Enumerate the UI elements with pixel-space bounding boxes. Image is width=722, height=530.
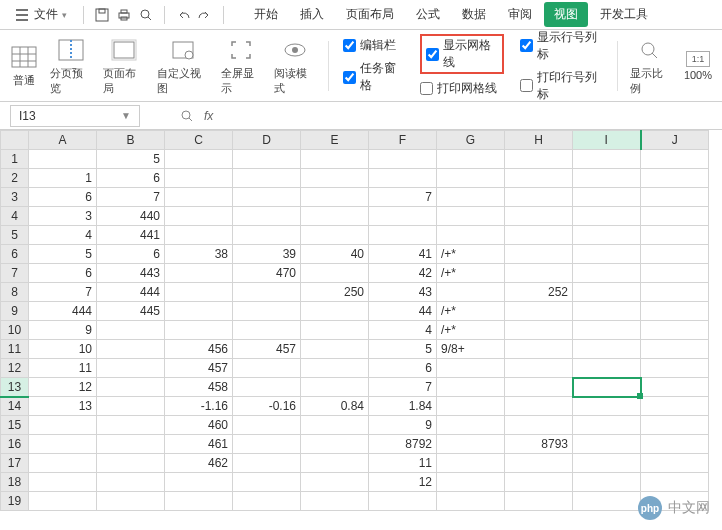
cell-E18[interactable]	[301, 473, 369, 492]
cell-A9[interactable]: 444	[29, 302, 97, 321]
col-header-A[interactable]: A	[29, 131, 97, 150]
cell-H15[interactable]	[505, 416, 573, 435]
cell-C10[interactable]	[165, 321, 233, 340]
cell-C11[interactable]: 456	[165, 340, 233, 359]
redo-icon[interactable]	[197, 7, 213, 23]
select-all-corner[interactable]	[1, 131, 29, 150]
cell-A6[interactable]: 5	[29, 245, 97, 264]
cell-E10[interactable]	[301, 321, 369, 340]
cell-E14[interactable]: 0.84	[301, 397, 369, 416]
cell-G12[interactable]	[437, 359, 505, 378]
cell-I13[interactable]	[573, 378, 641, 397]
cell-F15[interactable]: 9	[369, 416, 437, 435]
cell-C2[interactable]	[165, 169, 233, 188]
cell-H5[interactable]	[505, 226, 573, 245]
cell-J7[interactable]	[641, 264, 709, 283]
cell-D9[interactable]	[233, 302, 301, 321]
cell-C5[interactable]	[165, 226, 233, 245]
cell-C14[interactable]: -1.16	[165, 397, 233, 416]
cell-B19[interactable]	[97, 492, 165, 511]
print-grid-checkbox[interactable]: 打印网格线	[420, 80, 504, 97]
cell-J1[interactable]	[641, 150, 709, 169]
cell-G6[interactable]: /+*	[437, 245, 505, 264]
cell-D10[interactable]	[233, 321, 301, 340]
cell-A7[interactable]: 6	[29, 264, 97, 283]
cell-A19[interactable]	[29, 492, 97, 511]
row-header-10[interactable]: 10	[1, 321, 29, 340]
cell-J15[interactable]	[641, 416, 709, 435]
cell-F5[interactable]	[369, 226, 437, 245]
cell-E1[interactable]	[301, 150, 369, 169]
cell-H8[interactable]: 252	[505, 283, 573, 302]
cell-J10[interactable]	[641, 321, 709, 340]
cell-B16[interactable]	[97, 435, 165, 454]
cell-I19[interactable]	[573, 492, 641, 511]
cell-C9[interactable]	[165, 302, 233, 321]
cell-J6[interactable]	[641, 245, 709, 264]
task-pane-checkbox[interactable]: 任务窗格	[343, 60, 404, 94]
cell-J5[interactable]	[641, 226, 709, 245]
cell-F14[interactable]: 1.84	[369, 397, 437, 416]
cell-A11[interactable]: 10	[29, 340, 97, 359]
row-header-2[interactable]: 2	[1, 169, 29, 188]
cell-F11[interactable]: 5	[369, 340, 437, 359]
cell-G5[interactable]	[437, 226, 505, 245]
cell-I3[interactable]	[573, 188, 641, 207]
cell-E8[interactable]: 250	[301, 283, 369, 302]
cell-G3[interactable]	[437, 188, 505, 207]
cell-H11[interactable]	[505, 340, 573, 359]
row-header-4[interactable]: 4	[1, 207, 29, 226]
cell-I2[interactable]	[573, 169, 641, 188]
cell-E6[interactable]: 40	[301, 245, 369, 264]
fx-icon[interactable]: fx	[204, 109, 213, 123]
cell-C12[interactable]: 457	[165, 359, 233, 378]
cell-B11[interactable]	[97, 340, 165, 359]
cell-C8[interactable]	[165, 283, 233, 302]
cell-I14[interactable]	[573, 397, 641, 416]
cell-D7[interactable]: 470	[233, 264, 301, 283]
name-box[interactable]: I13 ▼	[10, 105, 140, 127]
cell-I17[interactable]	[573, 454, 641, 473]
cell-C1[interactable]	[165, 150, 233, 169]
cell-F17[interactable]: 11	[369, 454, 437, 473]
cell-B17[interactable]	[97, 454, 165, 473]
col-header-H[interactable]: H	[505, 131, 573, 150]
gridlines-checkbox[interactable]: 显示网格线	[420, 34, 504, 74]
cell-F6[interactable]: 41	[369, 245, 437, 264]
cell-A12[interactable]: 11	[29, 359, 97, 378]
row-header-15[interactable]: 15	[1, 416, 29, 435]
cell-E3[interactable]	[301, 188, 369, 207]
cell-D1[interactable]	[233, 150, 301, 169]
cell-F4[interactable]	[369, 207, 437, 226]
cell-E4[interactable]	[301, 207, 369, 226]
cell-J14[interactable]	[641, 397, 709, 416]
cell-A10[interactable]: 9	[29, 321, 97, 340]
cell-B13[interactable]	[97, 378, 165, 397]
headings-checkbox[interactable]: 显示行号列标	[520, 29, 604, 63]
cell-G7[interactable]: /+*	[437, 264, 505, 283]
row-header-12[interactable]: 12	[1, 359, 29, 378]
cell-I6[interactable]	[573, 245, 641, 264]
cell-B12[interactable]	[97, 359, 165, 378]
cell-J16[interactable]	[641, 435, 709, 454]
cell-F9[interactable]: 44	[369, 302, 437, 321]
cell-G1[interactable]	[437, 150, 505, 169]
cell-J18[interactable]	[641, 473, 709, 492]
preview-icon[interactable]	[138, 7, 154, 23]
cell-B10[interactable]	[97, 321, 165, 340]
cell-C6[interactable]: 38	[165, 245, 233, 264]
cell-D18[interactable]	[233, 473, 301, 492]
cell-B1[interactable]: 5	[97, 150, 165, 169]
cell-H12[interactable]	[505, 359, 573, 378]
formula-bar-checkbox[interactable]: 编辑栏	[343, 37, 404, 54]
row-header-1[interactable]: 1	[1, 150, 29, 169]
cell-H14[interactable]	[505, 397, 573, 416]
cell-I8[interactable]	[573, 283, 641, 302]
cell-E12[interactable]	[301, 359, 369, 378]
cell-B2[interactable]: 6	[97, 169, 165, 188]
cell-D19[interactable]	[233, 492, 301, 511]
cell-H1[interactable]	[505, 150, 573, 169]
cell-F1[interactable]	[369, 150, 437, 169]
search-icon[interactable]	[180, 109, 194, 123]
cell-I5[interactable]	[573, 226, 641, 245]
